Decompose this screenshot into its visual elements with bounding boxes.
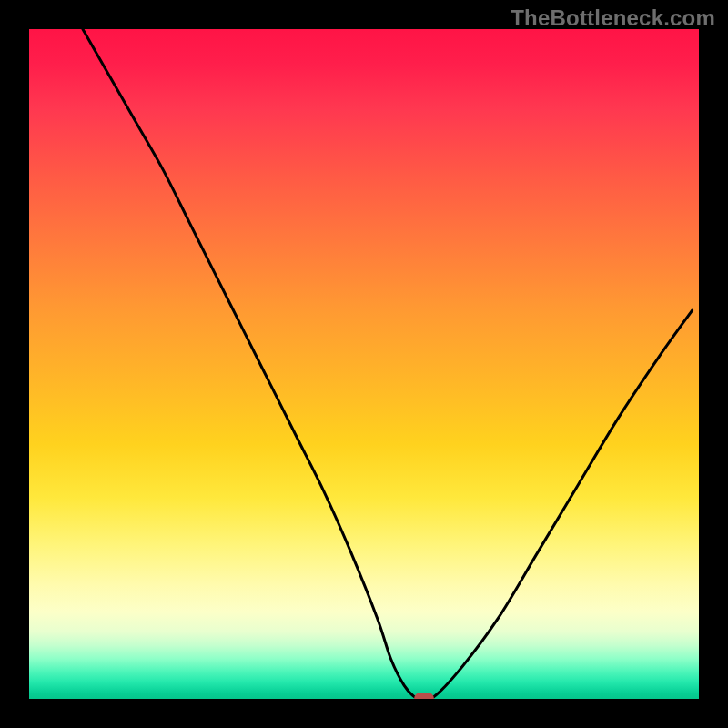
- plot-area: [29, 29, 699, 699]
- watermark-text: TheBottleneck.com: [511, 5, 715, 31]
- curve-svg: [29, 29, 699, 699]
- optimal-point-marker: [414, 693, 434, 699]
- bottleneck-curve: [83, 29, 693, 699]
